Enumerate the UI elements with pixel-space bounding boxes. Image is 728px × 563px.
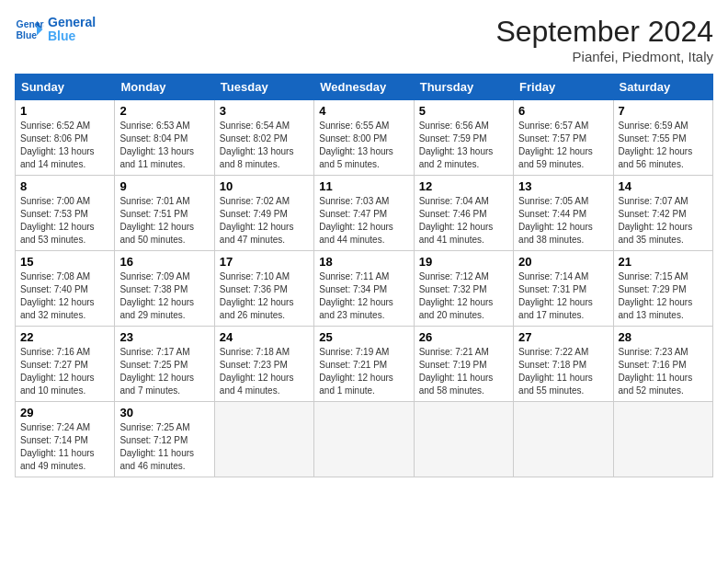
calendar-cell: 5Sunrise: 6:56 AMSunset: 7:59 PMDaylight…: [414, 100, 513, 176]
title-block: September 2024 Pianfei, Piedmont, Italy: [495, 15, 713, 64]
day-number: 24: [220, 330, 309, 344]
day-header-sunday: Sunday: [16, 75, 115, 100]
day-number: 15: [20, 255, 109, 269]
calendar-cell: 7Sunrise: 6:59 AMSunset: 7:55 PMDaylight…: [613, 100, 712, 176]
day-header-tuesday: Tuesday: [214, 75, 313, 100]
day-header-friday: Friday: [514, 75, 613, 100]
day-info: Sunrise: 7:08 AMSunset: 7:40 PMDaylight:…: [20, 270, 109, 322]
month-title: September 2024: [495, 15, 713, 49]
day-info: Sunrise: 7:10 AMSunset: 7:36 PMDaylight:…: [220, 270, 309, 322]
day-number: 6: [518, 104, 608, 118]
day-info: Sunrise: 6:52 AMSunset: 8:06 PMDaylight:…: [20, 120, 109, 171]
day-info: Sunrise: 7:00 AMSunset: 7:53 PMDaylight:…: [20, 195, 109, 247]
day-info: Sunrise: 6:54 AMSunset: 8:02 PMDaylight:…: [220, 120, 309, 171]
day-info: Sunrise: 7:12 AMSunset: 7:32 PMDaylight:…: [419, 270, 508, 322]
logo-icon: General Blue: [15, 15, 44, 44]
day-info: Sunrise: 7:23 AMSunset: 7:16 PMDaylight:…: [619, 346, 708, 397]
day-info: Sunrise: 7:18 AMSunset: 7:23 PMDaylight:…: [220, 346, 309, 397]
day-number: 19: [419, 255, 508, 269]
logo-line2: Blue: [48, 29, 96, 43]
calendar-week-3: 15Sunrise: 7:08 AMSunset: 7:40 PMDayligh…: [16, 251, 713, 327]
calendar-cell: 11Sunrise: 7:03 AMSunset: 7:47 PMDayligh…: [314, 176, 414, 251]
day-number: 1: [20, 104, 109, 118]
calendar-cell: 4Sunrise: 6:55 AMSunset: 8:00 PMDaylight…: [314, 100, 414, 176]
day-info: Sunrise: 7:24 AMSunset: 7:14 PMDaylight:…: [20, 421, 109, 473]
day-number: 12: [419, 179, 508, 193]
calendar-cell: 24Sunrise: 7:18 AMSunset: 7:23 PMDayligh…: [214, 327, 313, 402]
day-header-wednesday: Wednesday: [314, 75, 414, 100]
calendar-cell: 15Sunrise: 7:08 AMSunset: 7:40 PMDayligh…: [16, 251, 115, 327]
day-number: 7: [619, 104, 708, 118]
day-info: Sunrise: 6:57 AMSunset: 7:57 PMDaylight:…: [518, 120, 608, 171]
day-info: Sunrise: 7:07 AMSunset: 7:42 PMDaylight:…: [619, 195, 708, 247]
day-number: 23: [119, 330, 209, 344]
calendar-cell: 17Sunrise: 7:10 AMSunset: 7:36 PMDayligh…: [214, 251, 313, 327]
calendar-cell: 25Sunrise: 7:19 AMSunset: 7:21 PMDayligh…: [314, 327, 414, 402]
logo-line1: General: [48, 16, 96, 29]
calendar-cell: 23Sunrise: 7:17 AMSunset: 7:25 PMDayligh…: [115, 327, 214, 402]
day-header-monday: Monday: [115, 75, 214, 100]
day-number: 16: [119, 255, 209, 269]
day-number: 28: [619, 330, 708, 344]
calendar-week-1: 1Sunrise: 6:52 AMSunset: 8:06 PMDaylight…: [16, 100, 713, 176]
calendar-cell: [414, 402, 513, 477]
day-info: Sunrise: 7:17 AMSunset: 7:25 PMDaylight:…: [119, 346, 209, 397]
calendar-cell: [514, 402, 613, 477]
calendar-cell: 9Sunrise: 7:01 AMSunset: 7:51 PMDaylight…: [115, 176, 214, 251]
day-number: 14: [619, 179, 708, 193]
day-number: 30: [119, 406, 209, 419]
calendar-cell: 28Sunrise: 7:23 AMSunset: 7:16 PMDayligh…: [613, 327, 712, 402]
calendar-week-4: 22Sunrise: 7:16 AMSunset: 7:27 PMDayligh…: [16, 327, 713, 402]
day-info: Sunrise: 6:53 AMSunset: 8:04 PMDaylight:…: [119, 120, 209, 171]
calendar-cell: [214, 402, 313, 477]
day-header-saturday: Saturday: [613, 75, 712, 100]
calendar-cell: 29Sunrise: 7:24 AMSunset: 7:14 PMDayligh…: [16, 402, 115, 477]
day-number: 2: [119, 104, 209, 118]
day-info: Sunrise: 7:16 AMSunset: 7:27 PMDaylight:…: [20, 346, 109, 397]
day-info: Sunrise: 7:14 AMSunset: 7:31 PMDaylight:…: [518, 270, 608, 322]
day-info: Sunrise: 7:03 AMSunset: 7:47 PMDaylight:…: [319, 195, 408, 247]
day-info: Sunrise: 7:02 AMSunset: 7:49 PMDaylight:…: [220, 195, 309, 247]
calendar-cell: 6Sunrise: 6:57 AMSunset: 7:57 PMDaylight…: [514, 100, 613, 176]
day-number: 29: [20, 406, 109, 419]
calendar-cell: 26Sunrise: 7:21 AMSunset: 7:19 PMDayligh…: [414, 327, 513, 402]
calendar-cell: 19Sunrise: 7:12 AMSunset: 7:32 PMDayligh…: [414, 251, 513, 327]
day-info: Sunrise: 7:25 AMSunset: 7:12 PMDaylight:…: [119, 421, 209, 473]
day-number: 25: [319, 330, 408, 344]
day-number: 13: [518, 179, 608, 193]
calendar-cell: [613, 402, 712, 477]
day-number: 10: [220, 179, 309, 193]
day-info: Sunrise: 7:01 AMSunset: 7:51 PMDaylight:…: [119, 195, 209, 247]
day-info: Sunrise: 7:09 AMSunset: 7:38 PMDaylight:…: [119, 270, 209, 322]
calendar-cell: [314, 402, 414, 477]
day-number: 5: [419, 104, 508, 118]
day-info: Sunrise: 7:22 AMSunset: 7:18 PMDaylight:…: [518, 346, 608, 397]
calendar-cell: 3Sunrise: 6:54 AMSunset: 8:02 PMDaylight…: [214, 100, 313, 176]
day-number: 20: [518, 255, 608, 269]
calendar-cell: 16Sunrise: 7:09 AMSunset: 7:38 PMDayligh…: [115, 251, 214, 327]
day-info: Sunrise: 7:04 AMSunset: 7:46 PMDaylight:…: [419, 195, 508, 247]
calendar-cell: 30Sunrise: 7:25 AMSunset: 7:12 PMDayligh…: [115, 402, 214, 477]
day-number: 18: [319, 255, 408, 269]
day-info: Sunrise: 7:15 AMSunset: 7:29 PMDaylight:…: [619, 270, 708, 322]
day-info: Sunrise: 7:11 AMSunset: 7:34 PMDaylight:…: [319, 270, 408, 322]
logo: General Blue General Blue: [15, 15, 96, 44]
day-info: Sunrise: 6:56 AMSunset: 7:59 PMDaylight:…: [419, 120, 508, 171]
calendar-cell: 14Sunrise: 7:07 AMSunset: 7:42 PMDayligh…: [613, 176, 712, 251]
calendar-cell: 12Sunrise: 7:04 AMSunset: 7:46 PMDayligh…: [414, 176, 513, 251]
day-number: 9: [119, 179, 209, 193]
day-header-thursday: Thursday: [414, 75, 513, 100]
day-info: Sunrise: 7:05 AMSunset: 7:44 PMDaylight:…: [518, 195, 608, 247]
calendar-cell: 13Sunrise: 7:05 AMSunset: 7:44 PMDayligh…: [514, 176, 613, 251]
calendar-cell: 21Sunrise: 7:15 AMSunset: 7:29 PMDayligh…: [613, 251, 712, 327]
calendar-week-5: 29Sunrise: 7:24 AMSunset: 7:14 PMDayligh…: [16, 402, 713, 477]
calendar-cell: 18Sunrise: 7:11 AMSunset: 7:34 PMDayligh…: [314, 251, 414, 327]
day-number: 11: [319, 179, 408, 193]
calendar-cell: 2Sunrise: 6:53 AMSunset: 8:04 PMDaylight…: [115, 100, 214, 176]
day-number: 17: [220, 255, 309, 269]
calendar-cell: 20Sunrise: 7:14 AMSunset: 7:31 PMDayligh…: [514, 251, 613, 327]
svg-text:Blue: Blue: [17, 30, 38, 40]
day-number: 4: [319, 104, 408, 118]
calendar-cell: 8Sunrise: 7:00 AMSunset: 7:53 PMDaylight…: [16, 176, 115, 251]
day-number: 26: [419, 330, 508, 344]
